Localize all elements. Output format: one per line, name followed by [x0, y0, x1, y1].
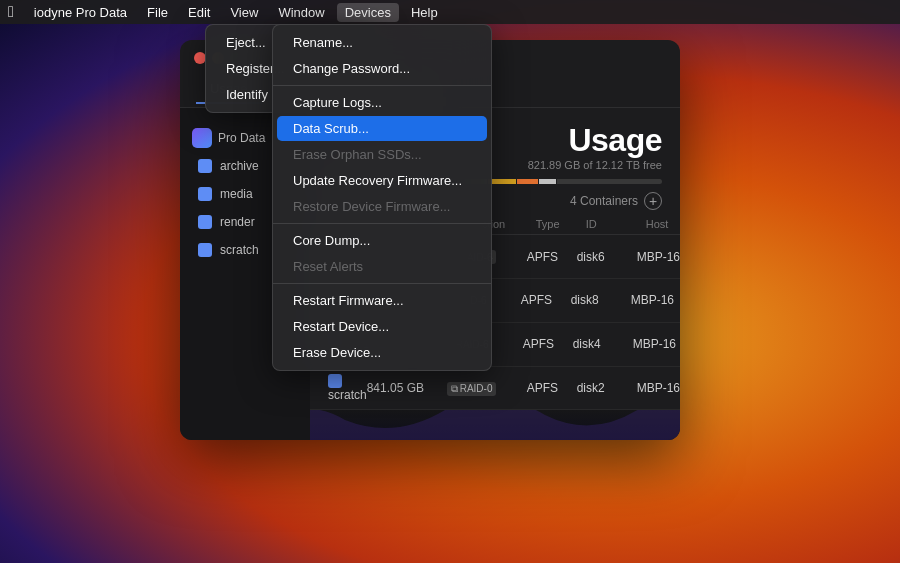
- menubar-item-iodyne[interactable]: iodyne Pro Data: [26, 3, 135, 22]
- menu-item-update-recovery[interactable]: Update Recovery Firmware...: [277, 168, 487, 193]
- menubar-item-edit[interactable]: Edit: [180, 3, 218, 22]
- menu-item-restart-firmware[interactable]: Restart Firmware...: [277, 288, 487, 313]
- row-name-scratch: scratch: [328, 374, 367, 403]
- menu-item-restart-device[interactable]: Restart Device...: [277, 314, 487, 339]
- menu-separator-1: [273, 85, 491, 86]
- render-icon: [198, 215, 212, 229]
- row-host-scratch: MBP-16: [637, 381, 680, 395]
- menubar-item-view[interactable]: View: [222, 3, 266, 22]
- row-host-media: MBP-16: [631, 293, 680, 307]
- menu-separator-3: [273, 283, 491, 284]
- apple-menu-icon[interactable]: : [8, 3, 14, 21]
- menu-item-rename-label: Rename...: [293, 35, 353, 50]
- containers-count: 4 Containers: [570, 194, 638, 208]
- menu-item-reset-alerts-label: Reset Alerts: [293, 259, 363, 274]
- sidebar-item-label-media: media: [220, 187, 253, 201]
- menubar-item-devices[interactable]: Devices: [337, 3, 399, 22]
- usage-subtitle: 821.89 GB of 12.12 TB free: [528, 159, 662, 171]
- add-container-button[interactable]: +: [644, 192, 662, 210]
- menu-item-core-dump-label: Core Dump...: [293, 233, 370, 248]
- menu-devices: Rename... Change Password... Capture Log…: [272, 24, 492, 371]
- row-id-render: disk4: [573, 337, 633, 351]
- menubar-item-file[interactable]: File: [139, 3, 176, 22]
- row-size-scratch: 841.05 GB: [367, 381, 447, 395]
- row-id-media: disk8: [571, 293, 631, 307]
- row-protection-scratch: ⧉ RAID-0: [447, 381, 527, 396]
- menu-item-erase-device-label: Erase Device...: [293, 345, 381, 360]
- sidebar-item-label-archive: archive: [220, 159, 259, 173]
- menu-item-restart-device-label: Restart Device...: [293, 319, 389, 334]
- menu-item-change-password-label: Change Password...: [293, 61, 410, 76]
- menu-item-capture-logs[interactable]: Capture Logs...: [277, 90, 487, 115]
- col-type: Type: [536, 218, 586, 230]
- row-id-archive: disk6: [577, 250, 637, 264]
- menu-item-erase-orphan-label: Erase Orphan SSDs...: [293, 147, 422, 162]
- menu-item-eject-label: Eject...: [226, 35, 266, 50]
- row-host-render: MBP-16: [633, 337, 680, 351]
- menu-item-restart-firmware-label: Restart Firmware...: [293, 293, 404, 308]
- menu-item-data-scrub-label: Data Scrub...: [293, 121, 369, 136]
- row-type-scratch: APFS: [527, 381, 577, 395]
- menu-item-data-scrub[interactable]: Data Scrub...: [277, 116, 487, 141]
- menu-item-restore-firmware: Restore Device Firmware...: [277, 194, 487, 219]
- app-decorative-bottom: [310, 410, 680, 440]
- menu-item-update-recovery-label: Update Recovery Firmware...: [293, 173, 462, 188]
- usage-title: Usage: [528, 122, 662, 159]
- menu-item-core-dump[interactable]: Core Dump...: [277, 228, 487, 253]
- menu-item-restore-firmware-label: Restore Device Firmware...: [293, 199, 450, 214]
- menu-item-capture-logs-label: Capture Logs...: [293, 95, 382, 110]
- prodata-icon: [192, 128, 212, 148]
- col-host: Host: [646, 218, 680, 230]
- menubar-item-help[interactable]: Help: [403, 3, 446, 22]
- sidebar-title: Pro Data: [218, 131, 265, 145]
- menu-item-reset-alerts: Reset Alerts: [277, 254, 487, 279]
- menu-item-erase-orphan: Erase Orphan SSDs...: [277, 142, 487, 167]
- raid-badge-icon4: ⧉: [451, 383, 458, 395]
- wave-decoration: [310, 410, 680, 440]
- media-icon: [198, 187, 212, 201]
- menu-item-rename[interactable]: Rename...: [277, 30, 487, 55]
- menubar-item-window[interactable]: Window: [270, 3, 332, 22]
- sidebar-item-label-render: render: [220, 215, 255, 229]
- row-id-scratch: disk2: [577, 381, 637, 395]
- row-type-archive: APFS: [527, 250, 577, 264]
- menu-separator-2: [273, 223, 491, 224]
- row-host-archive: MBP-16: [637, 250, 680, 264]
- sidebar-item-label-scratch: scratch: [220, 243, 259, 257]
- menu-item-erase-device[interactable]: Erase Device...: [277, 340, 487, 365]
- table-row[interactable]: scratch 841.05 GB ⧉ RAID-0 APFS disk2 MB…: [310, 367, 680, 411]
- row-icon-scratch: [328, 374, 342, 388]
- row-type-render: APFS: [523, 337, 573, 351]
- menu-item-change-password[interactable]: Change Password...: [277, 56, 487, 81]
- archive-icon: [198, 159, 212, 173]
- menu-item-identify-label: Identify: [226, 87, 268, 102]
- col-id: ID: [586, 218, 646, 230]
- row-type-media: APFS: [521, 293, 571, 307]
- menubar:  iodyne Pro Data File Edit View Window …: [0, 0, 900, 24]
- scratch-icon: [198, 243, 212, 257]
